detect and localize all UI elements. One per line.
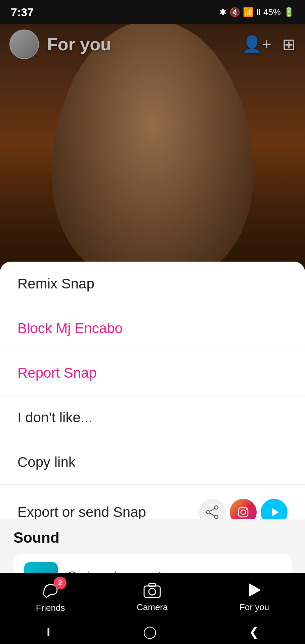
sys-home-icon[interactable]: ◯ bbox=[143, 625, 157, 639]
nav-item-for-you[interactable]: For you bbox=[239, 581, 269, 612]
sys-recent-apps-icon[interactable]: ⦀ bbox=[46, 625, 51, 639]
context-menu: Remix Snap Block Mj Encabo Report Snap I… bbox=[0, 262, 305, 546]
bluetooth-icon: ✱ bbox=[219, 7, 227, 17]
menu-item-report[interactable]: Report Snap bbox=[0, 351, 305, 395]
nav-friends-label: Friends bbox=[36, 603, 65, 613]
menu-item-block[interactable]: Block Mj Encabo bbox=[0, 306, 305, 351]
bottom-nav: 2 Friends Camera For you bbox=[0, 573, 305, 620]
svg-marker-12 bbox=[249, 583, 261, 597]
menu-item-copy-link-label: Copy link bbox=[17, 454, 76, 470]
for-you-play-icon bbox=[245, 581, 264, 599]
signal-icon: Ⅱ bbox=[256, 7, 261, 17]
svg-line-4 bbox=[210, 513, 215, 516]
menu-item-remix-label: Remix Snap bbox=[17, 276, 94, 292]
nav-item-friends[interactable]: 2 Friends bbox=[36, 580, 65, 613]
status-icons: ✱ 🔇 📶 Ⅱ 45% 🔋 bbox=[219, 7, 294, 17]
menu-item-remix[interactable]: Remix Snap bbox=[0, 262, 305, 306]
sound-title: Sound bbox=[13, 529, 292, 546]
svg-point-0 bbox=[215, 506, 218, 509]
mute-icon: 🔇 bbox=[229, 7, 240, 17]
svg-point-10 bbox=[149, 588, 156, 595]
battery-icon: 🔋 bbox=[284, 7, 294, 17]
friends-badge: 2 bbox=[54, 577, 67, 589]
svg-rect-9 bbox=[144, 586, 160, 597]
menu-item-dont-like[interactable]: I don't like... bbox=[0, 395, 305, 440]
sys-back-icon[interactable]: ❮ bbox=[249, 625, 259, 639]
camera-icon bbox=[143, 581, 162, 599]
svg-rect-11 bbox=[149, 583, 156, 587]
nav-camera-label: Camera bbox=[137, 602, 168, 612]
snapchat-play-icon bbox=[267, 505, 281, 520]
menu-item-copy-link[interactable]: Copy link bbox=[0, 440, 305, 485]
nav-item-camera[interactable]: Camera bbox=[137, 581, 168, 612]
svg-point-6 bbox=[241, 510, 246, 515]
wifi-icon: 📶 bbox=[243, 7, 254, 17]
status-time: 7:37 bbox=[11, 6, 34, 19]
svg-point-7 bbox=[246, 508, 247, 510]
svg-point-1 bbox=[215, 515, 218, 519]
menu-item-dont-like-label: I don't like... bbox=[17, 410, 92, 426]
svg-line-3 bbox=[210, 508, 215, 511]
svg-point-2 bbox=[207, 511, 210, 514]
svg-marker-8 bbox=[272, 508, 279, 516]
menu-item-block-label: Block Mj Encabo bbox=[17, 320, 123, 336]
menu-item-export-label: Export or send Snap bbox=[17, 504, 146, 520]
battery-percent: 45% bbox=[263, 7, 281, 17]
dim-overlay bbox=[0, 0, 305, 268]
status-bar: 7:37 ✱ 🔇 📶 Ⅱ 45% 🔋 bbox=[0, 0, 305, 24]
share-icon bbox=[205, 505, 220, 520]
instagram-icon bbox=[236, 505, 251, 520]
system-nav-bar: ⦀ ◯ ❮ bbox=[0, 620, 305, 644]
menu-item-report-label: Report Snap bbox=[17, 365, 97, 381]
nav-for-you-label: For you bbox=[239, 602, 269, 612]
